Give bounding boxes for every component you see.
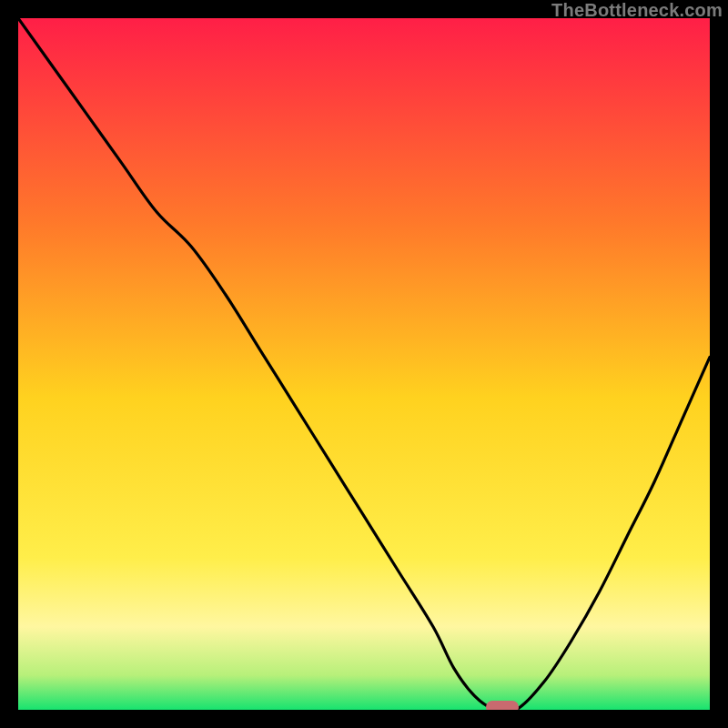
optimal-marker bbox=[486, 701, 519, 710]
plot-area bbox=[18, 18, 710, 710]
chart-frame: TheBottleneck.com bbox=[0, 0, 728, 728]
watermark-text: TheBottleneck.com bbox=[551, 0, 723, 21]
background-gradient bbox=[18, 18, 710, 710]
svg-rect-0 bbox=[18, 18, 710, 710]
